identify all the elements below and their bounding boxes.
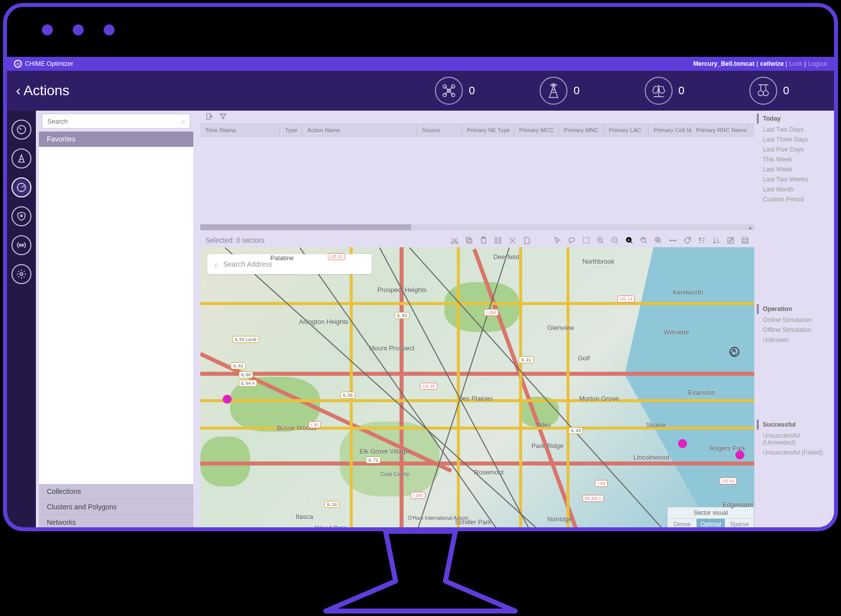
operation-filter-option[interactable]: Online Simulation: [757, 315, 834, 325]
edit-icon[interactable]: [726, 236, 735, 245]
map-route-shield: IL 62: [231, 362, 246, 369]
time-filter-header[interactable]: Today: [757, 114, 834, 124]
svg-text:A: A: [627, 238, 630, 242]
svg-rect-22: [583, 237, 589, 243]
brand-logo-icon: ◎: [14, 60, 22, 68]
svg-rect-32: [742, 237, 748, 243]
time-filter-option[interactable]: Last Three Days: [757, 135, 834, 145]
map-town-label: Edgewater: [722, 501, 753, 508]
time-filter-option[interactable]: Last Five Days: [757, 145, 834, 154]
user-name: Mercury_Bell.tomcat: [693, 60, 754, 67]
grid-col-header[interactable]: Type: [280, 124, 302, 136]
density-option[interactable]: Optimal: [697, 519, 725, 530]
copy-icon[interactable]: [465, 236, 473, 245]
sort-desc-icon[interactable]: [712, 236, 720, 245]
lock-link[interactable]: Lock: [789, 60, 802, 67]
grid-toolbar: [200, 111, 754, 124]
map-route-shield: US 14: [617, 296, 635, 303]
pendulum-icon: [749, 77, 777, 105]
zoom-out-icon[interactable]: [611, 236, 619, 245]
sort-asc-icon[interactable]: [698, 236, 706, 245]
tenant-name: cellwize: [760, 60, 784, 67]
operation-filter-option[interactable]: Unknown: [757, 335, 834, 345]
zoom-selection-icon[interactable]: [654, 236, 663, 245]
select-rect-icon[interactable]: [582, 236, 590, 245]
grid-hscroll[interactable]: [200, 224, 754, 230]
window-dot[interactable]: [42, 24, 53, 35]
pan-icon[interactable]: [669, 236, 677, 245]
lasso-icon[interactable]: [567, 236, 576, 245]
antenna-icon[interactable]: [11, 235, 31, 255]
grid-body[interactable]: ▸: [200, 137, 754, 231]
map-town-label: O'Hare International Airport: [408, 515, 468, 521]
grid-col-header[interactable]: Source: [417, 124, 462, 136]
scroll-right-icon[interactable]: ▸: [749, 224, 752, 231]
time-filter-option[interactable]: Last Two Days: [757, 125, 834, 135]
zoom-reset-icon[interactable]: A: [625, 236, 634, 245]
status-filter-option[interactable]: Unsuccessful (Failed): [757, 448, 834, 458]
sector-visual-panel: Sector visual DenseOptimalSparse: [667, 507, 754, 530]
gauge-icon[interactable]: [11, 120, 31, 140]
layers-icon[interactable]: [741, 236, 749, 245]
operation-filter-option[interactable]: Offline Simulation: [757, 325, 834, 335]
map-marker[interactable]: [223, 395, 232, 404]
shield-icon[interactable]: [11, 206, 31, 226]
document-icon[interactable]: [523, 236, 531, 245]
back-button[interactable]: ‹ Actions: [7, 83, 69, 99]
paste-icon[interactable]: [479, 236, 488, 245]
accordion-clusters[interactable]: Clusters and Polygons: [39, 499, 193, 515]
map-town-label: Morton Grove: [579, 395, 619, 402]
map-town-label: Mount Prospect: [369, 344, 415, 352]
accordion-collections[interactable]: Collections: [39, 484, 193, 499]
workspace: ⌕ Favorites Collections Clusters and Pol…: [7, 111, 834, 530]
map-town-label: Norridge: [548, 515, 572, 523]
status-filter-header[interactable]: Successful: [757, 420, 834, 430]
map-route-shield: I-94: [595, 480, 608, 487]
map-route-shield: IL 68: [239, 371, 254, 378]
pointer-icon[interactable]: [553, 236, 561, 245]
map-canvas[interactable]: ⌕ Search Address Sector visual DenseOpti…: [200, 247, 754, 530]
grid-col-header[interactable]: Primary NE Type: [462, 124, 514, 136]
zoom-in-icon[interactable]: [596, 236, 605, 245]
map-marker[interactable]: [735, 451, 744, 460]
crosscut-icon[interactable]: [508, 236, 517, 245]
cut-icon[interactable]: [450, 236, 459, 245]
svg-point-30: [689, 238, 690, 239]
grid-col-header[interactable]: Primary RNC Name: [691, 124, 748, 136]
map-town-label: Golf: [578, 354, 590, 362]
window-dot[interactable]: [73, 24, 84, 35]
export-icon[interactable]: [205, 112, 214, 123]
grid-col-header[interactable]: Primary LAC: [604, 124, 649, 136]
zoom-fit-icon[interactable]: [640, 236, 648, 245]
grid-col-header[interactable]: Primary MCC: [514, 124, 559, 136]
grid-col-header[interactable]: Action Name: [302, 124, 417, 136]
density-option[interactable]: Dense: [668, 519, 697, 530]
density-option[interactable]: Sparse: [725, 519, 754, 530]
logout-link[interactable]: Logout: [808, 60, 827, 67]
brand: ◎ CHIME Optimizer: [14, 60, 73, 68]
grid-col-header[interactable]: Primary Cell Id: [649, 124, 691, 136]
map-marker[interactable]: [678, 439, 687, 448]
window-dot[interactable]: [104, 24, 115, 35]
target-icon[interactable]: [11, 177, 31, 197]
time-filter-option[interactable]: This Week: [757, 154, 834, 164]
gear-icon[interactable]: [11, 264, 31, 284]
tower-nav-icon[interactable]: [11, 149, 31, 168]
accordion-networks[interactable]: Networks: [39, 515, 193, 530]
grid-col-header[interactable]: Time Stamp: [200, 124, 280, 136]
time-filter-option[interactable]: Last Week: [757, 164, 834, 174]
map-route-shield: US 41: [719, 477, 737, 484]
columns-icon[interactable]: [494, 236, 502, 245]
tag-icon[interactable]: [683, 236, 692, 245]
operation-filter-header[interactable]: Operation: [757, 304, 834, 314]
time-filter-option[interactable]: Last Two Weeks: [757, 174, 834, 184]
status-filter-option[interactable]: Unsuccessful (Unneeded): [757, 431, 834, 448]
search-input[interactable]: [42, 114, 190, 129]
right-panel: Today Last Two DaysLast Three DaysLast F…: [757, 111, 834, 530]
grid-col-header[interactable]: Primary MNC: [559, 124, 604, 136]
time-filter-option[interactable]: Last Month: [757, 184, 834, 194]
grid-header: Time StampTypeAction NameSourcePrimary N…: [200, 124, 754, 137]
filter-icon[interactable]: [219, 112, 227, 123]
accordion-favorites[interactable]: Favorites: [39, 132, 193, 147]
time-filter-option[interactable]: Custom Period: [757, 194, 834, 204]
